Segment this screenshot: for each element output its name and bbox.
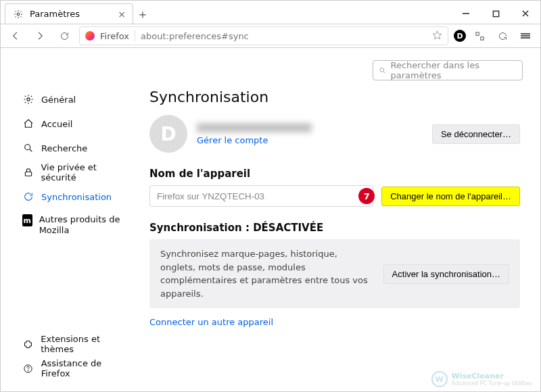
svg-point-0 [17,13,20,16]
library-icon[interactable] [493,26,512,45]
sync-status-heading: Synchronisation : DÉSACTIVÉE [149,222,520,234]
identity-label: Firefox [100,31,129,41]
annotation-callout: 7 [358,188,375,204]
tab-close-icon[interactable]: × [118,9,126,20]
mozilla-icon: m [22,214,32,226]
watermark-tagline: Advanced PC Tune-up Utilities [452,381,532,387]
settings-search-wrap: Rechercher dans les paramètres [373,60,523,80]
svg-point-10 [27,98,30,101]
window-close[interactable] [511,3,540,24]
sync-card: Synchronisez marque-pages, historique, o… [149,239,520,308]
sidebar-item-label: Recherche [41,143,87,153]
device-heading: Nom de l'appareil [149,168,520,180]
connect-other-device-link[interactable]: Connecter un autre appareil [149,317,273,327]
sidebar-item-label: Synchronisation [41,192,112,202]
app-window: Paramètres × ＋ Firefox about:preferences… [0,0,541,392]
browser-tab[interactable]: Paramètres × [5,3,133,24]
toolbar-right: D [454,26,535,45]
sidebar-item-label: Autres produits de Mozilla [39,214,132,237]
help-icon [22,362,34,374]
content-area: Rechercher dans les paramètres Général A… [1,48,540,391]
sidebar-item-general[interactable]: Général [18,89,136,110]
forward-button[interactable] [30,26,49,45]
lock-icon [22,166,34,178]
tab-title: Paramètres [30,9,80,19]
sidebar-item-sync[interactable]: Synchronisation [18,186,136,207]
svg-line-9 [383,71,385,72]
avatar: D [149,115,187,153]
home-icon [22,118,34,130]
firefox-icon [85,31,95,41]
disconnect-button[interactable]: Se déconnecter… [432,124,520,144]
puzzle-icon [22,338,34,350]
svg-rect-13 [25,172,31,176]
new-tab-button[interactable]: ＋ [133,5,152,24]
sidebar-item-mozilla[interactable]: m Autres produits de Mozilla [18,210,136,237]
watermark-logo-icon: W [431,371,448,387]
account-name-redacted [197,123,312,132]
account-row: D Gérer le compte Se déconnecter… [149,115,520,153]
url-text: about:preferences#sync [141,31,249,41]
window-minimize[interactable] [451,3,481,24]
change-device-name-button[interactable]: Changer le nom de l'appareil… [381,187,520,206]
separator [135,30,135,41]
watermark: W WiseCleaner Advanced PC Tune-up Utilit… [431,371,532,387]
sidebar: Général Accueil Recherche Vie privée et … [1,48,136,391]
svg-rect-6 [475,32,478,34]
sidebar-item-label: Général [41,95,76,105]
gear-icon [22,93,34,105]
sidebar-item-label: Extensions et thèmes [41,334,132,354]
svg-rect-7 [480,36,483,39]
settings-search-placeholder: Rechercher dans les paramètres [391,60,517,80]
svg-point-15 [28,370,28,371]
device-row: 7 Changer le nom de l'appareil… [149,185,520,207]
gear-icon [12,8,24,20]
page-title: Synchronisation [149,89,520,105]
sidebar-bottom: Extensions et thèmes Assistance de Firef… [18,333,136,391]
svg-marker-5 [433,31,442,39]
sidebar-item-extensions[interactable]: Extensions et thèmes [18,333,136,355]
sidebar-item-home[interactable]: Accueil [18,113,136,134]
sync-description: Synchronisez marque-pages, historique, o… [160,247,374,300]
manage-account-link[interactable]: Gérer le compte [197,135,312,145]
bookmark-star-icon[interactable] [432,30,442,42]
sidebar-item-privacy[interactable]: Vie privée et sécurité [18,162,136,183]
reload-button[interactable] [55,26,74,45]
svg-line-12 [30,149,32,151]
menu-icon[interactable] [516,26,535,45]
url-bar[interactable]: Firefox about:preferences#sync [79,26,448,45]
sidebar-item-search[interactable]: Recherche [18,137,136,159]
svg-point-8 [380,68,384,72]
sidebar-item-label: Accueil [41,119,72,129]
sidebar-item-label: Vie privée et sécurité [41,162,132,182]
sync-icon [22,191,34,203]
screenshot-icon[interactable] [470,26,489,45]
back-button[interactable] [6,26,25,45]
sidebar-item-support[interactable]: Assistance de Firefox [18,358,136,379]
settings-search[interactable]: Rechercher dans les paramètres [373,60,523,80]
device-name-input[interactable] [149,185,373,207]
svg-point-11 [25,145,30,150]
window-maximize[interactable] [481,3,511,24]
extension-badge-icon[interactable]: D [454,30,466,42]
search-icon [379,66,387,75]
svg-rect-2 [493,11,498,16]
window-controls [451,3,540,24]
main-panel: Synchronisation D Gérer le compte Se déc… [136,48,540,391]
search-icon [22,142,34,154]
sidebar-item-label: Assistance de Firefox [41,358,132,378]
nav-toolbar: Firefox about:preferences#sync D [1,24,540,48]
watermark-name: WiseCleaner [452,372,532,381]
titlebar: Paramètres × ＋ [1,1,540,24]
activate-sync-button[interactable]: Activer la synchronisation… [383,264,509,284]
